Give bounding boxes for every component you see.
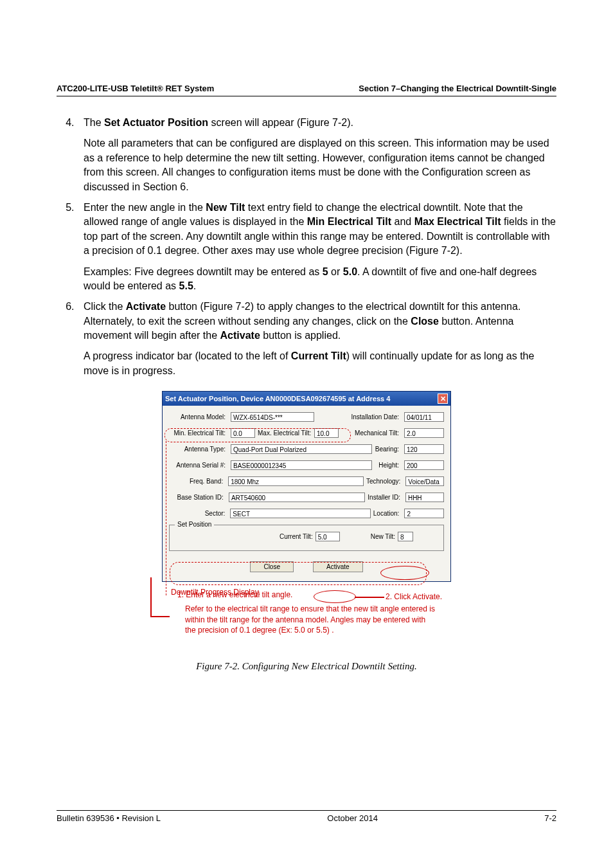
footer-right: 7-2 bbox=[544, 813, 556, 823]
label-new-tilt: New Tilt: bbox=[371, 533, 395, 540]
activate-button[interactable]: Activate bbox=[313, 561, 363, 572]
field-min-tilt: 0.0 bbox=[231, 428, 255, 438]
field-tech: Voice/Data bbox=[405, 476, 444, 486]
set-position-group: Set Position Current Tilt: 5.0 New Tilt:… bbox=[169, 525, 444, 551]
step-6: Click the Activate button (Figure 7-2) t… bbox=[77, 300, 556, 378]
new-tilt-input[interactable]: 8 bbox=[398, 532, 413, 541]
annot-progress: Downtilt Progress Display. bbox=[171, 587, 261, 597]
label-bearing: Bearing: bbox=[375, 446, 402, 453]
annot-activate: 2. Click Activate. bbox=[386, 592, 463, 602]
field-current-tilt: 5.0 bbox=[315, 532, 340, 541]
annot-note: Refer to the electrical tilt range to en… bbox=[185, 604, 436, 635]
close-icon[interactable]: ✕ bbox=[438, 393, 448, 404]
close-button[interactable]: Close bbox=[250, 561, 294, 572]
field-base-station: ART540600 bbox=[229, 493, 365, 502]
callout-step1-line-v bbox=[150, 577, 152, 616]
set-position-legend: Set Position bbox=[175, 521, 214, 528]
label-mech-tilt: Mechanical Tilt: bbox=[355, 429, 402, 437]
field-bearing: 120 bbox=[404, 444, 444, 454]
field-sector: SECT bbox=[230, 509, 370, 518]
label-install-date: Installation Date: bbox=[351, 413, 402, 420]
footer-center: October 2014 bbox=[327, 813, 378, 823]
callout-activate-line bbox=[355, 597, 384, 598]
page-header: ATC200-LITE-USB Teletilt® RET System Sec… bbox=[57, 84, 556, 96]
label-antenna-type: Antenna Type: bbox=[169, 446, 228, 453]
label-serial: Antenna Serial #: bbox=[169, 462, 228, 469]
field-mech-tilt: 2.0 bbox=[404, 428, 444, 438]
dialog-title: Set Actuator Position, Device AN0000DESA… bbox=[165, 395, 390, 402]
label-base-station: Base Station ID: bbox=[169, 494, 226, 501]
footer-left: Bulletin 639536 • Revision L bbox=[57, 813, 161, 823]
header-left: ATC200-LITE-USB Teletilt® RET System bbox=[57, 84, 214, 93]
label-min-tilt: Min. Electrical Tilt: bbox=[169, 429, 228, 437]
callout-step1-line-h bbox=[150, 616, 170, 617]
label-tech: Technology: bbox=[366, 478, 403, 485]
label-current-tilt: Current Tilt: bbox=[280, 533, 313, 540]
header-right: Section 7–Changing the Electrical Downti… bbox=[359, 84, 556, 93]
label-sector: Sector: bbox=[169, 510, 227, 517]
label-installer: Installer ID: bbox=[368, 494, 403, 501]
field-serial: BASE0000012345 bbox=[231, 460, 372, 470]
field-freq: 1800 Mhz bbox=[228, 476, 364, 486]
dialog-titlebar: Set Actuator Position, Device AN0000DESA… bbox=[163, 392, 450, 406]
field-location: 2 bbox=[404, 509, 444, 518]
label-freq: Freq. Band: bbox=[169, 478, 226, 485]
figure-dialog-wrap: Set Actuator Position, Device AN0000DESA… bbox=[162, 391, 451, 635]
field-installer: HHH bbox=[405, 493, 444, 502]
step-4: The Set Actuator Position screen will ap… bbox=[77, 116, 556, 194]
page-footer: Bulletin 639536 • Revision L October 201… bbox=[57, 810, 556, 823]
label-max-tilt: Max. Electrical Tilt: bbox=[258, 429, 312, 437]
field-install-date: 04/01/11 bbox=[404, 412, 444, 422]
field-antenna-model: WZX-6514DS-*** bbox=[231, 412, 314, 422]
set-actuator-position-dialog: Set Actuator Position, Device AN0000DESA… bbox=[162, 391, 451, 582]
label-antenna-model: Antenna Model: bbox=[169, 413, 228, 420]
label-location: Location: bbox=[373, 510, 402, 517]
field-antenna-type: Quad-Port Dual Polarized bbox=[231, 444, 372, 454]
instruction-list: The Set Actuator Position screen will ap… bbox=[57, 116, 556, 378]
label-height: Height: bbox=[378, 462, 402, 469]
step-5: Enter the new angle in the New Tilt text… bbox=[77, 201, 556, 293]
figure-caption: Figure 7-2. Configuring New Electrical D… bbox=[57, 661, 556, 672]
field-height: 200 bbox=[404, 460, 444, 470]
field-max-tilt: 10.0 bbox=[314, 428, 339, 438]
